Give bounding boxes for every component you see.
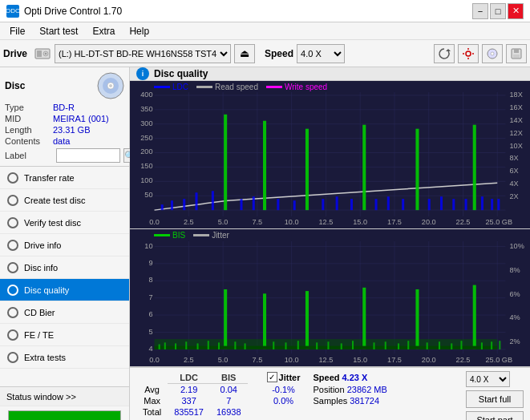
start-part-button[interactable]: Start part	[466, 411, 524, 420]
drive-label: Drive	[3, 48, 27, 59]
svg-text:8: 8	[148, 275, 152, 284]
speed-col-label: Speed	[313, 373, 339, 382]
svg-rect-90	[497, 199, 500, 210]
stats-table: LDC BIS ✓ Jitter	[136, 371, 394, 418]
save-button[interactable]	[506, 44, 527, 63]
svg-rect-79	[375, 199, 378, 210]
svg-rect-163	[460, 341, 462, 349]
nav-verify-test-disc-label: Verify test disc	[24, 218, 81, 228]
svg-rect-75	[322, 199, 324, 210]
svg-text:0.0: 0.0	[149, 218, 160, 226]
svg-rect-84	[440, 196, 443, 210]
position-label: Position 23862 MB	[306, 383, 393, 395]
svg-rect-139	[155, 346, 498, 349]
menu-help[interactable]: Help	[123, 24, 156, 38]
svg-rect-160	[427, 342, 428, 349]
menu-file[interactable]: File	[3, 24, 31, 38]
nav-create-test-disc[interactable]: Create test disc	[0, 189, 129, 212]
total-row: Total 835517 16938	[136, 406, 394, 418]
nav-drive-info[interactable]: Drive info	[0, 234, 129, 256]
nav-disc-quality[interactable]: Disc quality	[0, 279, 129, 301]
title-bar-controls: − □ ✕	[472, 3, 524, 19]
svg-rect-65	[183, 199, 185, 210]
length-value: 23.31 GB	[53, 125, 90, 135]
ldc-legend-label: LDC	[172, 83, 188, 91]
refresh-button[interactable]	[434, 44, 455, 63]
svg-rect-146	[218, 342, 220, 349]
svg-text:4X: 4X	[510, 180, 519, 188]
nav-verify-test-disc[interactable]: Verify test disc	[0, 212, 129, 234]
transfer-rate-icon	[6, 172, 19, 184]
svg-text:7.5: 7.5	[253, 355, 263, 364]
svg-text:100: 100	[140, 176, 152, 184]
mid-label: MID	[5, 114, 53, 123]
status-window-button[interactable]: Status window >>	[0, 387, 129, 406]
jitter-legend-label: Jitter	[212, 231, 229, 240]
speed-dropdown[interactable]: 4.0 X	[466, 371, 510, 387]
disc-length-row: Length 23.31 GB	[5, 125, 124, 135]
svg-rect-149	[273, 341, 274, 349]
eject-button[interactable]: ⏏	[234, 44, 255, 63]
minimize-button[interactable]: −	[472, 3, 488, 19]
close-button[interactable]: ✕	[508, 3, 524, 19]
nav-extra-tests[interactable]: Extra tests	[0, 346, 129, 369]
drive-icon	[34, 45, 51, 63]
menu-extra[interactable]: Extra	[86, 24, 121, 38]
left-panel: Disc Type BD-R MID MEIRA1 (001)	[0, 67, 130, 420]
svg-text:10.0: 10.0	[285, 355, 299, 364]
nav-cd-bier[interactable]: CD Bier	[0, 301, 129, 324]
svg-rect-165	[491, 341, 492, 349]
fe-te-icon	[6, 329, 19, 341]
start-full-button[interactable]: Start full	[466, 390, 524, 408]
speed-label: Speed	[265, 48, 293, 59]
svg-text:7: 7	[148, 293, 152, 301]
svg-rect-85	[452, 199, 455, 210]
ldc-chart-svg: 400 350 300 250 200 150 100 50 18X 16X 1…	[130, 81, 530, 228]
svg-text:12X: 12X	[510, 129, 523, 137]
action-panel: 4.0 X Start full Start part	[466, 371, 524, 420]
mid-value: MEIRA1 (001)	[53, 114, 109, 123]
svg-text:5: 5	[148, 326, 152, 335]
svg-rect-76	[336, 196, 338, 210]
read-speed-legend-label: Read speed	[215, 83, 258, 91]
disc-button[interactable]	[482, 44, 503, 63]
label-input[interactable]	[56, 148, 120, 163]
disc-quality-icon	[6, 284, 19, 297]
length-label: Length	[5, 125, 53, 135]
svg-text:5.0: 5.0	[218, 218, 229, 226]
svg-rect-86	[465, 199, 467, 210]
disc-section: Disc Type BD-R MID MEIRA1 (001)	[0, 67, 129, 167]
svg-text:10.0: 10.0	[285, 218, 299, 226]
nav-disc-info[interactable]: Disc info	[0, 256, 129, 279]
maximize-button[interactable]: □	[490, 3, 506, 19]
create-test-disc-icon	[6, 194, 19, 207]
svg-text:350: 350	[140, 105, 152, 113]
right-panel: i Disc quality LDC Read speed	[130, 67, 530, 420]
disc-contents-row: Contents data	[5, 136, 124, 146]
svg-rect-138	[473, 285, 476, 349]
svg-text:4%: 4%	[510, 313, 521, 321]
speed-selector[interactable]: 4.0 X	[297, 44, 345, 63]
svg-rect-153	[327, 341, 329, 349]
svg-text:20.0: 20.0	[422, 218, 436, 226]
nav-fe-te[interactable]: FE / TE	[0, 324, 129, 346]
svg-point-3	[45, 53, 47, 55]
jitter-checkbox[interactable]: ✓	[267, 372, 277, 382]
ldc-legend-item: LDC	[154, 83, 188, 91]
drive-selector[interactable]: (L:) HL-DT-ST BD-RE WH16NS58 TST4	[55, 44, 231, 63]
samples-label: Samples 381724	[306, 395, 393, 406]
svg-text:16X: 16X	[510, 103, 523, 111]
nav-create-test-disc-label: Create test disc	[24, 196, 85, 205]
svg-text:2.5: 2.5	[184, 355, 194, 364]
menu-start-test[interactable]: Start test	[33, 24, 84, 38]
status-window-label: Status window >>	[6, 392, 76, 402]
svg-rect-151	[297, 341, 299, 349]
nav-transfer-rate[interactable]: Transfer rate	[0, 167, 129, 189]
settings-button[interactable]	[458, 44, 479, 63]
read-speed-legend-color	[196, 86, 212, 88]
svg-text:25.0 GB: 25.0 GB	[486, 218, 513, 226]
nav-items: Transfer rate Create test disc Verify te…	[0, 167, 129, 369]
disc-info-table: Type BD-R MID MEIRA1 (001) Length 23.31 …	[5, 103, 124, 163]
svg-rect-144	[197, 343, 199, 349]
status-section: Status window >> Test completed 13:23	[0, 386, 129, 420]
